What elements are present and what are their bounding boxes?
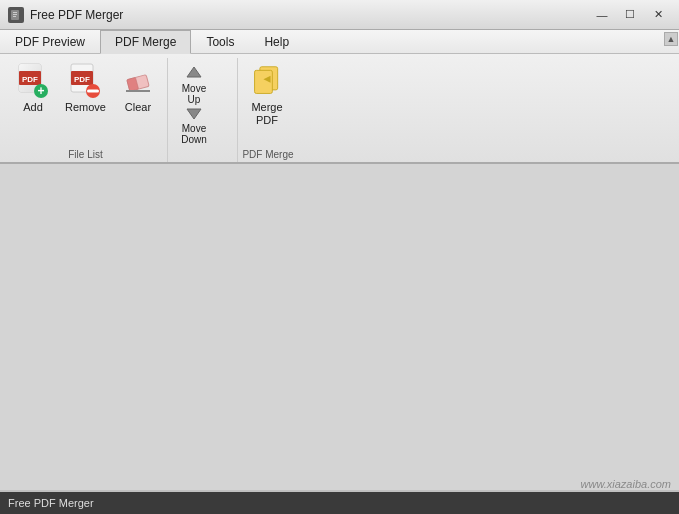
remove-icon: PDF (69, 65, 101, 97)
move-buttons: MoveUp MoveDown (174, 60, 214, 140)
app-icon (8, 7, 24, 23)
add-icon: PDF + (17, 65, 49, 97)
watermark: www.xiazaiba.com (581, 478, 671, 490)
move-up-button[interactable]: MoveUp (174, 62, 214, 100)
svg-marker-19 (187, 109, 201, 119)
app-title: Free PDF Merger (30, 8, 123, 22)
ribbon-group-file-list-items: PDF + Add PDF (10, 60, 161, 144)
ribbon-scroll: ▲ (663, 30, 679, 53)
svg-text:PDF: PDF (74, 75, 90, 84)
minimize-button[interactable]: — (589, 5, 615, 25)
file-list-group-label: File List (4, 149, 167, 160)
svg-rect-3 (13, 16, 16, 17)
tab-help[interactable]: Help (249, 30, 304, 53)
move-down-button[interactable]: MoveDown (174, 102, 214, 140)
title-bar: Free PDF Merger — ☐ ✕ (0, 0, 679, 30)
title-bar-controls: — ☐ ✕ (589, 5, 671, 25)
ribbon-group-pdf-merge-items: MergePDF (244, 60, 292, 144)
status-bar: Free PDF Merger (0, 492, 679, 514)
clear-button[interactable]: Clear (115, 60, 161, 140)
ribbon: PDF + Add PDF (0, 54, 679, 164)
merge-pdf-button[interactable]: MergePDF (244, 60, 290, 140)
title-bar-left: Free PDF Merger (8, 7, 123, 23)
main-content-area (0, 164, 679, 490)
ribbon-group-move: MoveUp MoveDown (168, 58, 238, 162)
tab-tools[interactable]: Tools (191, 30, 249, 53)
clear-icon (122, 65, 154, 97)
svg-text:PDF: PDF (22, 75, 38, 84)
tab-pdf-merge[interactable]: PDF Merge (100, 30, 191, 54)
remove-label: Remove (65, 101, 106, 114)
move-down-label: MoveDown (181, 123, 207, 145)
ribbon-group-move-items: MoveUp MoveDown (174, 60, 231, 144)
menu-bar: PDF Preview PDF Merge Tools Help ▲ (0, 30, 679, 54)
status-text: Free PDF Merger (8, 497, 94, 509)
remove-button[interactable]: PDF Remove (58, 60, 113, 140)
add-label: Add (23, 101, 43, 114)
tab-pdf-preview[interactable]: PDF Preview (0, 30, 100, 53)
add-button[interactable]: PDF + Add (10, 60, 56, 140)
svg-text:+: + (37, 84, 44, 98)
merge-pdf-icon (251, 65, 283, 97)
close-button[interactable]: ✕ (645, 5, 671, 25)
svg-rect-2 (13, 14, 17, 15)
svg-rect-14 (87, 90, 99, 93)
ribbon-group-file-list: PDF + Add PDF (4, 58, 168, 162)
clear-label: Clear (125, 101, 151, 114)
ribbon-group-pdf-merge: MergePDF PDF Merge (238, 58, 298, 162)
maximize-button[interactable]: ☐ (617, 5, 643, 25)
move-down-icon (185, 105, 203, 121)
scroll-up-arrow[interactable]: ▲ (664, 32, 678, 46)
svg-rect-1 (13, 12, 17, 13)
pdf-merge-group-label: PDF Merge (238, 149, 298, 160)
svg-marker-18 (187, 67, 201, 77)
move-up-icon (185, 65, 203, 81)
merge-pdf-label: MergePDF (251, 101, 282, 127)
